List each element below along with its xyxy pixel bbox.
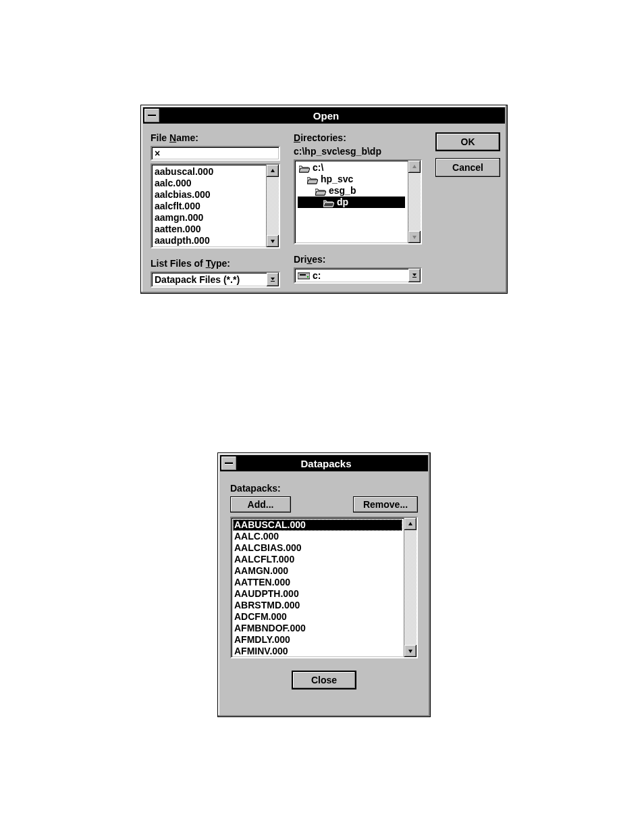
file-list-item[interactable]: aalc.000 bbox=[155, 178, 263, 189]
ok-button[interactable]: OK bbox=[435, 132, 500, 151]
close-button[interactable]: Close bbox=[292, 671, 356, 689]
folder-open-icon bbox=[315, 187, 326, 195]
file-type-dropdown-button[interactable] bbox=[267, 273, 279, 286]
drives-value: c: bbox=[295, 269, 408, 282]
directory-tree-item[interactable]: c:\ bbox=[298, 162, 405, 174]
datapacks-list-item[interactable]: AFMBNDOF.000 bbox=[234, 623, 401, 634]
directory-tree[interactable]: c:\hp_svcesg_bdp bbox=[294, 159, 422, 244]
datapacks-list-item[interactable]: AABUSCAL.000 bbox=[233, 519, 402, 531]
datapacks-list-item[interactable]: AAMGN.000 bbox=[234, 565, 401, 577]
directory-tree-item[interactable]: hp_svc bbox=[298, 174, 405, 185]
scroll-down-button[interactable] bbox=[408, 231, 421, 243]
open-dialog: Open File Name: × aabuscal.000aalc.000aa… bbox=[140, 105, 508, 294]
directory-label: hp_svc bbox=[321, 174, 353, 185]
drives-dropdown-button[interactable] bbox=[408, 269, 421, 282]
datapacks-list-item[interactable]: ABRSTMD.000 bbox=[234, 600, 401, 611]
datapacks-list[interactable]: AABUSCAL.000AALC.000AALCBIAS.000AALCFLT.… bbox=[230, 517, 418, 658]
file-list-item[interactable]: aalcbias.000 bbox=[155, 189, 263, 201]
file-list-item[interactable]: abrstgn.010 bbox=[155, 246, 263, 247]
datapacks-list-item[interactable]: AALCFLT.000 bbox=[234, 554, 401, 565]
dir-tree-scrollbar[interactable] bbox=[408, 161, 421, 243]
file-list-item[interactable]: aalcflt.000 bbox=[155, 201, 263, 212]
drive-icon bbox=[298, 271, 310, 280]
remove-button[interactable]: Remove... bbox=[353, 496, 418, 513]
list-files-type-label: List Files of Type: bbox=[151, 258, 280, 269]
directory-tree-item[interactable]: dp bbox=[298, 197, 405, 208]
open-dialog-title: Open bbox=[163, 110, 505, 122]
cancel-button[interactable]: Cancel bbox=[435, 158, 500, 177]
file-type-combo[interactable]: Datapack Files (*.*) bbox=[151, 271, 280, 288]
datapacks-list-item[interactable]: AALC.000 bbox=[234, 531, 401, 542]
file-list-item[interactable]: aabuscal.000 bbox=[155, 166, 263, 178]
datapacks-list-item[interactable]: AFMDLY.000 bbox=[234, 634, 401, 646]
file-list-item[interactable]: aamgn.000 bbox=[155, 212, 263, 224]
open-dialog-titlebar[interactable]: Open bbox=[143, 107, 505, 124]
datapacks-list-item[interactable]: ADCFM.000 bbox=[234, 611, 401, 623]
directory-tree-item[interactable]: esg_b bbox=[298, 185, 405, 197]
current-path-text: c:\hp_svc\esg_b\dp bbox=[294, 146, 422, 157]
scroll-up-button[interactable] bbox=[408, 161, 421, 173]
file-name-label: File Name: bbox=[151, 132, 280, 143]
system-menu-button[interactable] bbox=[221, 457, 236, 470]
file-name-value: × bbox=[155, 148, 160, 159]
drives-label: Drives: bbox=[294, 254, 422, 265]
scroll-down-button[interactable] bbox=[267, 235, 279, 247]
datapacks-list-item[interactable]: AATTEN.000 bbox=[234, 577, 401, 588]
datapacks-list-item[interactable]: AAUDPTH.000 bbox=[234, 588, 401, 600]
directory-label: esg_b bbox=[329, 185, 356, 197]
file-list[interactable]: aabuscal.000aalc.000aalcbias.000aalcflt.… bbox=[151, 163, 280, 249]
datapacks-dialog: Datapacks Datapacks: Add... Remove... AA… bbox=[217, 452, 431, 717]
scroll-up-button[interactable] bbox=[404, 518, 417, 530]
file-type-value: Datapack Files (*.*) bbox=[152, 273, 267, 286]
file-list-scrollbar[interactable] bbox=[266, 165, 279, 247]
datapacks-list-item[interactable]: AALCBIAS.000 bbox=[234, 542, 401, 554]
datapacks-scrollbar[interactable] bbox=[404, 518, 417, 657]
scroll-down-button[interactable] bbox=[404, 645, 417, 657]
folder-open-icon bbox=[299, 164, 310, 172]
file-list-item[interactable]: aaudpth.000 bbox=[155, 235, 263, 246]
file-name-input[interactable]: × bbox=[151, 146, 280, 161]
system-menu-button[interactable] bbox=[144, 109, 159, 122]
folder-open-icon bbox=[323, 199, 334, 207]
directory-label: c:\ bbox=[313, 162, 323, 174]
datapacks-dialog-title: Datapacks bbox=[240, 458, 428, 469]
scroll-track[interactable] bbox=[404, 530, 417, 645]
datapacks-label: Datapacks: bbox=[230, 483, 418, 494]
datapacks-list-item[interactable]: AFMINV.000 bbox=[234, 646, 401, 657]
folder-open-icon bbox=[307, 176, 318, 184]
scroll-track[interactable] bbox=[267, 177, 279, 235]
scroll-up-button[interactable] bbox=[267, 165, 279, 177]
datapacks-dialog-titlebar[interactable]: Datapacks bbox=[220, 455, 428, 471]
file-list-item[interactable]: aatten.000 bbox=[155, 224, 263, 235]
add-button[interactable]: Add... bbox=[230, 496, 291, 513]
directories-label: Directories: bbox=[294, 132, 422, 143]
scroll-track[interactable] bbox=[408, 173, 421, 231]
drives-combo[interactable]: c: bbox=[294, 267, 422, 284]
directory-label: dp bbox=[337, 197, 348, 208]
